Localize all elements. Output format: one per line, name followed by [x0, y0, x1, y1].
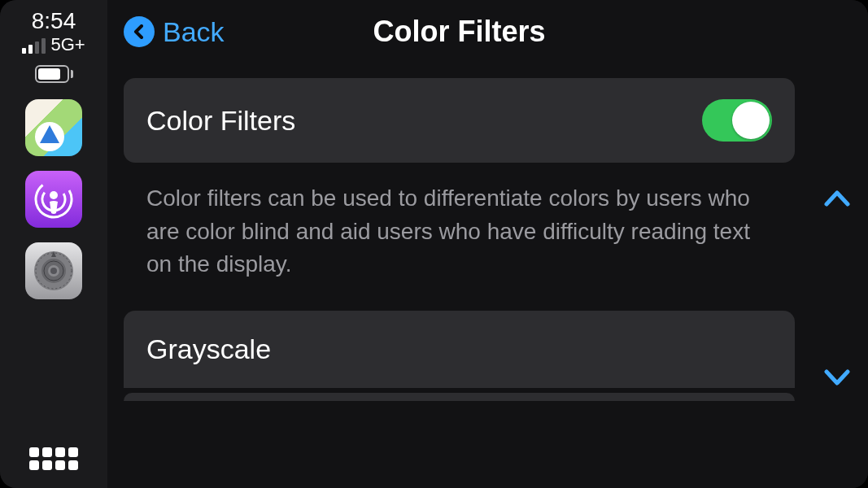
battery-icon — [35, 65, 73, 83]
chevron-up-icon — [822, 183, 853, 214]
settings-app-icon[interactable] — [25, 242, 82, 299]
signal-bars — [22, 38, 46, 54]
header: Back Color Filters — [107, 0, 811, 63]
grayscale-label: Grayscale — [146, 333, 772, 365]
status-time: 8:54 — [32, 8, 76, 34]
color-filters-description: Color filters can be used to differentia… — [124, 163, 795, 311]
scroll-up-button[interactable] — [818, 179, 857, 218]
svg-point-8 — [50, 268, 57, 274]
toggle-knob — [732, 102, 770, 139]
svg-point-2 — [50, 191, 58, 199]
chevron-left-icon — [124, 16, 155, 47]
podcasts-app-icon[interactable] — [25, 171, 82, 228]
sidebar: 8:54 5G+ — [0, 0, 107, 488]
maps-app-icon[interactable] — [25, 99, 82, 156]
color-filters-row[interactable]: Color Filters — [124, 78, 795, 163]
network-label: 5G+ — [50, 36, 85, 54]
main-content: Back Color Filters Color Filters Color f… — [107, 0, 868, 488]
color-filters-label: Color Filters — [146, 105, 295, 137]
chevron-down-icon — [822, 362, 853, 393]
status-network: 5G+ — [22, 36, 85, 54]
scroll-down-button[interactable] — [818, 358, 857, 397]
home-button[interactable] — [29, 447, 78, 470]
back-button[interactable]: Back — [124, 16, 225, 48]
color-filters-toggle[interactable] — [702, 99, 772, 142]
grayscale-row[interactable]: Grayscale — [124, 311, 795, 388]
back-label: Back — [163, 16, 225, 48]
next-row-hint — [124, 393, 795, 401]
